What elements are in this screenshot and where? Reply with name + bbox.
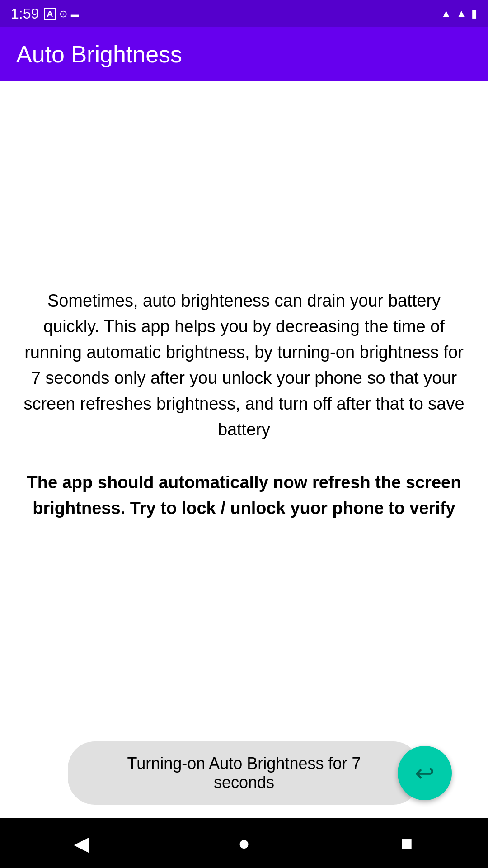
snackbar: Turning-on Auto Brightness for 7 seconds [68, 741, 420, 805]
notification-a-icon [44, 7, 55, 20]
status-time: 1:59 [11, 5, 39, 22]
home-icon: ● [238, 832, 250, 854]
notification-s-icon [59, 7, 67, 20]
nav-home-button[interactable]: ● [226, 825, 262, 861]
status-bar: 1:59 ▲ ▲ ▮ [0, 0, 488, 27]
battery-icon: ▮ [471, 7, 477, 20]
description-text: Sometimes, auto brighteness can drain yo… [18, 288, 470, 443]
main-content: Sometimes, auto brighteness can drain yo… [0, 81, 488, 728]
wifi-icon: ▲ [441, 7, 451, 20]
instruction-text: The app should automatically now refresh… [18, 470, 470, 521]
status-bar-left: 1:59 [11, 5, 79, 22]
recents-icon: ■ [401, 832, 413, 854]
nav-recents-button[interactable]: ■ [389, 825, 425, 861]
fab-button[interactable]: ↩ [398, 746, 452, 800]
signal-icon: ▲ [456, 7, 467, 20]
bottom-area: Turning-on Auto Brightness for 7 seconds… [0, 728, 488, 818]
status-icons [44, 7, 79, 20]
status-bar-right: ▲ ▲ ▮ [441, 7, 477, 20]
app-bar: Auto Brightness [0, 27, 488, 81]
nav-bar: ◀ ● ■ [0, 818, 488, 868]
notification-rect-icon [71, 7, 79, 20]
snackbar-text: Turning-on Auto Brightness for 7 seconds [127, 754, 361, 792]
undo-icon: ↩ [415, 760, 435, 787]
nav-back-button[interactable]: ◀ [63, 825, 99, 861]
app-title: Auto Brightness [16, 41, 182, 68]
back-icon: ◀ [74, 832, 89, 855]
